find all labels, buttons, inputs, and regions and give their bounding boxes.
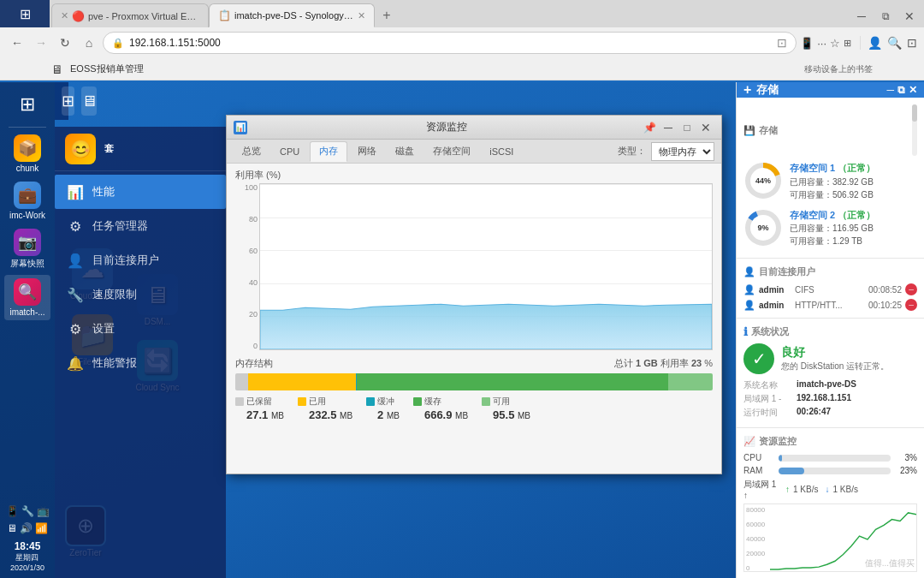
window-drag-area[interactable]: 资源监控 bbox=[252, 120, 641, 134]
dsm-grid-btn[interactable]: ⊞ bbox=[62, 86, 74, 116]
taskbar-item-imcwork[interactable]: 💼 imc-Work bbox=[4, 178, 50, 223]
mini-chart-area: 80000 60000 40000 20000 0 值得...值得买 bbox=[743, 504, 917, 572]
window-controls: 📌 ─ □ ✕ bbox=[641, 119, 714, 136]
home-button[interactable]: ⌂ bbox=[79, 33, 99, 53]
sidebar-item-settings[interactable]: ⚙ 设置 bbox=[55, 312, 226, 346]
tab-disk[interactable]: 磁盘 bbox=[387, 141, 423, 162]
tab-network[interactable]: 网络 bbox=[349, 141, 385, 162]
taskbar-icon-1[interactable]: 📱 bbox=[6, 505, 19, 517]
sys-uptime: 00:26:47 bbox=[797, 407, 831, 419]
browser-tab-2[interactable]: 📋 imatch-pve-DS - Synology D... ✕ bbox=[209, 3, 375, 27]
storage-section: 💾 存储 44% 存储空间 1 （正常） 已用容量：382.92 GB bbox=[737, 98, 924, 259]
bookmarks-bar: 🖥 EOSS报销单管理 移动设备上的书签 bbox=[0, 58, 924, 80]
storage-2-pct: 9% bbox=[757, 223, 768, 232]
add-icon[interactable]: + bbox=[743, 82, 751, 98]
dsm-icon-btn[interactable]: 🖥 bbox=[81, 86, 97, 116]
storage-1-pct: 44% bbox=[755, 176, 771, 185]
more-icon[interactable]: ··· bbox=[817, 37, 826, 50]
panel-close-icon[interactable]: ✕ bbox=[909, 84, 917, 96]
sidebar-item-speedlimit[interactable]: 🔧 速度限制 bbox=[55, 277, 226, 312]
screenshot-label: 屏幕快照 bbox=[10, 258, 44, 270]
add-tab-button[interactable]: + bbox=[375, 3, 399, 27]
window-pin-btn[interactable]: 📌 bbox=[641, 119, 658, 136]
star-icon[interactable]: ☆ bbox=[830, 37, 840, 50]
window-minimize-btn[interactable]: ─ bbox=[660, 119, 677, 136]
forward-button[interactable]: → bbox=[31, 33, 51, 53]
legend-available: 可用 95.5 MB bbox=[482, 396, 530, 421]
tab-cpu[interactable]: CPU bbox=[271, 141, 308, 162]
browser-tab-1[interactable]: ✕ 🔴 pve - Proxmox Virtual Enviro... bbox=[51, 3, 209, 27]
address-text: 192.168.1.151:5000 bbox=[129, 37, 772, 49]
address-bar[interactable]: 🔒 192.168.1.151:5000 ⊡ bbox=[103, 32, 797, 54]
sidebar-item-taskmanager[interactable]: ⚙ 任务管理器 bbox=[55, 209, 226, 243]
close-button[interactable]: ✕ bbox=[898, 7, 921, 26]
tab2-label: imatch-pve-DS - Synology D... bbox=[234, 10, 354, 21]
tab-iscsi[interactable]: iSCSI bbox=[481, 141, 522, 162]
back-button[interactable]: ← bbox=[7, 33, 27, 53]
chunk-icon: 📦 bbox=[14, 134, 41, 162]
storage-1-donut: 44% bbox=[743, 161, 783, 200]
window-maximize-btn[interactable]: □ bbox=[678, 119, 696, 136]
ram-bar-fill bbox=[779, 468, 804, 474]
alerts-icon: 🔔 bbox=[67, 355, 84, 372]
desktop: ⊞ 📦 chunk 💼 imc-Work 📷 屏幕快照 🔍 imatch-...… bbox=[0, 82, 924, 578]
panel-min-icon[interactable]: ─ bbox=[886, 84, 894, 96]
windows-start[interactable]: ⊞ bbox=[0, 0, 50, 27]
chart-area bbox=[259, 183, 713, 350]
bar-reserved bbox=[235, 373, 248, 390]
mobile-bookmark-label[interactable]: 移动设备上的书签 bbox=[804, 63, 873, 75]
ram-monitor-row: RAM 23% bbox=[743, 466, 917, 475]
tab1-close[interactable]: ✕ bbox=[61, 10, 68, 21]
memory-chart-svg bbox=[260, 184, 712, 349]
taskbar-divider-1 bbox=[9, 127, 46, 128]
performance-label: 性能 bbox=[92, 184, 115, 200]
user-1-time: 00:08:52 bbox=[868, 285, 902, 295]
tab2-close[interactable]: ✕ bbox=[358, 10, 365, 21]
bar-available bbox=[668, 373, 713, 390]
clock-date: 2020/1/30 bbox=[10, 563, 44, 572]
user-2-name: admin bbox=[759, 301, 791, 310]
bookmark-label[interactable]: EOSS报销单管理 bbox=[70, 63, 144, 75]
taskbar-item-screenshot[interactable]: 📷 屏幕快照 bbox=[4, 225, 50, 273]
users-section-title: 👤 目前连接用户 bbox=[743, 265, 917, 278]
iphone-icon[interactable]: 📱 bbox=[800, 37, 814, 50]
tab-memory[interactable]: 内存 bbox=[310, 141, 347, 162]
wifi-icon[interactable]: 📶 bbox=[35, 522, 48, 534]
sidebar-item-users[interactable]: 👤 目前连接用户 bbox=[55, 243, 226, 277]
user-1-remove[interactable]: ─ bbox=[905, 283, 917, 295]
chart-y-label: 利用率 (%) bbox=[235, 169, 713, 182]
bookmark-icon[interactable]: ⊡ bbox=[777, 36, 787, 50]
tab-storage[interactable]: 存储空间 bbox=[424, 141, 479, 162]
memory-total: 总计 1 GB 利用率 23 % bbox=[614, 357, 713, 370]
volume-icon[interactable]: 🔊 bbox=[20, 522, 33, 534]
sidebar-item-performance[interactable]: 📊 性能 bbox=[55, 175, 226, 209]
cpu-pct: 3% bbox=[896, 453, 917, 462]
reading-list-icon[interactable]: ⊞ bbox=[844, 38, 851, 49]
refresh-button[interactable]: ↻ bbox=[55, 33, 75, 53]
taskbar-item-chunk[interactable]: 📦 chunk bbox=[4, 131, 50, 176]
tab-overview[interactable]: 总览 bbox=[234, 141, 270, 162]
synology-icon[interactable]: 🖥 bbox=[7, 522, 17, 534]
screenshot-icon: 📷 bbox=[14, 229, 41, 256]
panel-restore-icon[interactable]: ⧉ bbox=[897, 84, 905, 96]
ram-pct: 23% bbox=[896, 466, 917, 475]
taskbar-icon-2[interactable]: 🔧 bbox=[21, 505, 34, 517]
minimize-button[interactable]: ─ bbox=[850, 7, 873, 26]
user-1-icon: 👤 bbox=[743, 284, 755, 295]
window-title-icon: 📊 bbox=[234, 121, 247, 134]
settings-label: 设置 bbox=[92, 321, 115, 337]
restore-button[interactable]: ⧉ bbox=[874, 7, 897, 26]
sidebar-item-alerts[interactable]: 🔔 性能警报 bbox=[55, 346, 226, 380]
cpu-bar-fill bbox=[779, 455, 782, 462]
window-close-btn[interactable]: ✕ bbox=[697, 119, 714, 136]
sys-name: imatch-pve-DS bbox=[797, 379, 856, 391]
taskbar-icon-3[interactable]: 📺 bbox=[37, 505, 50, 517]
chunk-label: chunk bbox=[16, 164, 39, 173]
type-dropdown[interactable]: 物理内存 bbox=[651, 142, 714, 161]
sidebar-toggle-icon[interactable]: ⊡ bbox=[907, 36, 917, 50]
user-2-remove[interactable]: ─ bbox=[905, 299, 917, 311]
taskbar-start-btn[interactable]: ⊞ bbox=[4, 86, 50, 123]
taskbar-item-imatch[interactable]: 🔍 imatch-... bbox=[4, 275, 50, 320]
search-icon[interactable]: 🔍 bbox=[887, 36, 902, 50]
user-icon[interactable]: 👤 bbox=[868, 36, 882, 50]
